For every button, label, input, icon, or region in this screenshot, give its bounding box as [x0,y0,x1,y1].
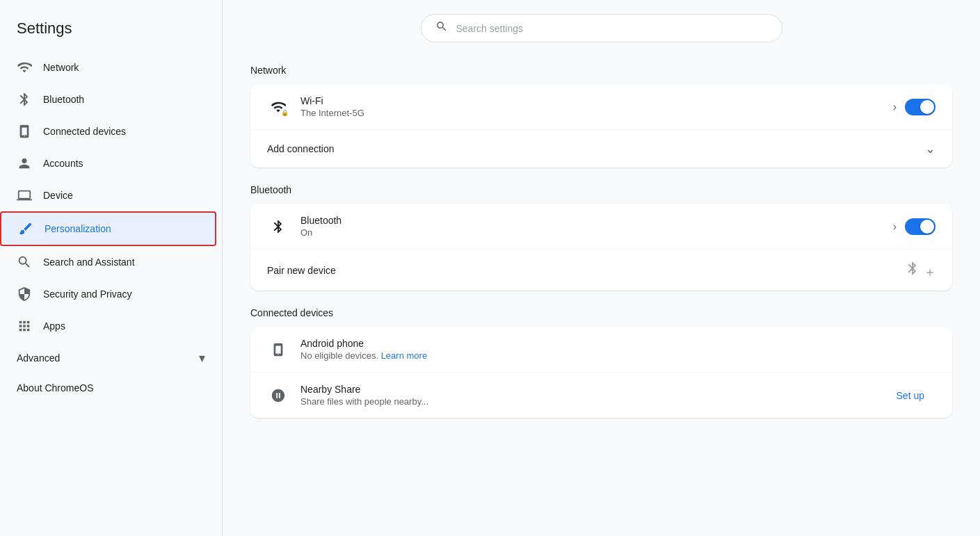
nearby-share-content: Nearby Share Share files with people nea… [300,384,874,407]
bluetooth-plus-icon [905,261,935,279]
wifi-toggle[interactable] [905,99,935,115]
connected-devices-section-title: Connected devices [250,307,952,318]
android-phone-learn-more[interactable]: Learn more [381,350,427,361]
bluetooth-row-icon [267,216,289,238]
nearby-share-setup-button[interactable]: Set up [885,384,935,407]
search-nav-icon [17,254,32,270]
connected-devices-card: Android phone No eligible devices. Learn… [250,327,952,418]
wifi-icon [17,60,32,75]
lock-icon: 🔒 [281,109,289,116]
wifi-row-content: Wi-Fi The Internet-5G [300,95,882,118]
sidebar-item-connected-devices-label: Connected devices [43,126,126,137]
network-section-title: Network [250,65,952,76]
main-content: Network 🔒 Wi-Fi The Internet-5G › [223,0,980,536]
sidebar-item-network[interactable]: Network [0,51,214,83]
sidebar-advanced-label: Advanced [17,352,60,364]
bluetooth-toggle[interactable] [905,218,935,235]
bluetooth-row-content: Bluetooth On [300,215,882,238]
search-icon [435,20,448,36]
sidebar-item-connected-devices[interactable]: Connected devices [0,115,214,147]
sidebar-about-label: About ChromeOS [17,382,94,393]
bluetooth-actions: › [893,218,935,235]
phone-icon [17,124,32,139]
shield-icon [17,286,32,302]
wifi-actions: › [893,99,935,115]
sidebar-item-advanced[interactable]: Advanced ▾ [0,342,222,374]
bluetooth-card: Bluetooth On › Pair new device [250,204,952,291]
sidebar-item-search-assistant[interactable]: Search and Assistant [0,246,214,278]
wifi-row-icon: 🔒 [267,96,289,118]
network-card: 🔒 Wi-Fi The Internet-5G › Add connection… [250,84,952,168]
sidebar-item-accounts[interactable]: Accounts [0,147,214,179]
add-connection-label: Add connection [267,143,925,154]
android-phone-row: Android phone No eligible devices. Learn… [250,327,952,373]
sidebar-item-search-assistant-label: Search and Assistant [43,257,135,268]
nearby-share-icon [267,384,289,407]
wifi-lock-icon: 🔒 [271,99,286,115]
chevron-down-icon: ▾ [199,350,205,366]
sidebar-item-network-label: Network [43,62,79,73]
sidebar-item-bluetooth[interactable]: Bluetooth [0,83,214,115]
pair-new-device-label: Pair new device [267,265,905,276]
laptop-icon [17,188,32,203]
nearby-share-actions: Set up [885,384,935,407]
sidebar: Settings Network Bluetooth Connected dev… [0,0,223,536]
bluetooth-icon [17,92,32,107]
grid-icon [17,318,32,334]
person-icon [17,156,32,171]
wifi-subtitle: The Internet-5G [300,108,882,118]
bluetooth-title: Bluetooth [300,215,882,226]
add-connection-row[interactable]: Add connection ⌄ [250,130,952,168]
pair-new-device-row[interactable]: Pair new device [250,250,952,291]
nearby-share-title: Nearby Share [300,384,874,395]
brush-icon [18,221,33,236]
search-bar-container [250,0,952,59]
app-title: Settings [0,11,222,51]
nearby-share-subtitle: Share files with people nearby... [300,396,874,407]
sidebar-item-personalization[interactable]: Personalization [0,211,216,246]
sidebar-item-bluetooth-label: Bluetooth [43,94,84,105]
nearby-share-row: Nearby Share Share files with people nea… [250,373,952,418]
sidebar-item-personalization-label: Personalization [45,223,111,234]
sidebar-item-apps-label: Apps [43,320,65,332]
android-phone-title: Android phone [300,338,935,349]
android-phone-icon [267,339,289,361]
bluetooth-row[interactable]: Bluetooth On › [250,204,952,250]
bt-toggle-thumb [920,220,934,234]
toggle-thumb [920,100,934,114]
android-phone-subtitle: No eligible devices. Learn more [300,350,935,361]
search-input[interactable] [456,23,768,34]
sidebar-item-about[interactable]: About ChromeOS [0,374,222,402]
android-phone-no-eligible: No eligible devices. [300,350,378,361]
add-connection-chevron-icon: ⌄ [925,141,935,156]
bluetooth-section-title: Bluetooth [250,184,952,195]
sidebar-item-security-privacy-label: Security and Privacy [43,289,132,300]
bluetooth-subtitle: On [300,227,882,238]
bluetooth-chevron-icon: › [893,220,897,233]
sidebar-item-apps[interactable]: Apps [0,310,214,342]
sidebar-item-device[interactable]: Device [0,179,214,211]
sidebar-item-accounts-label: Accounts [43,158,83,169]
android-phone-content: Android phone No eligible devices. Learn… [300,338,935,361]
sidebar-item-device-label: Device [43,190,73,201]
wifi-chevron-icon: › [893,101,897,113]
wifi-row[interactable]: 🔒 Wi-Fi The Internet-5G › [250,84,952,130]
wifi-title: Wi-Fi [300,95,882,106]
search-bar[interactable] [421,14,782,42]
sidebar-item-security-privacy[interactable]: Security and Privacy [0,278,214,310]
